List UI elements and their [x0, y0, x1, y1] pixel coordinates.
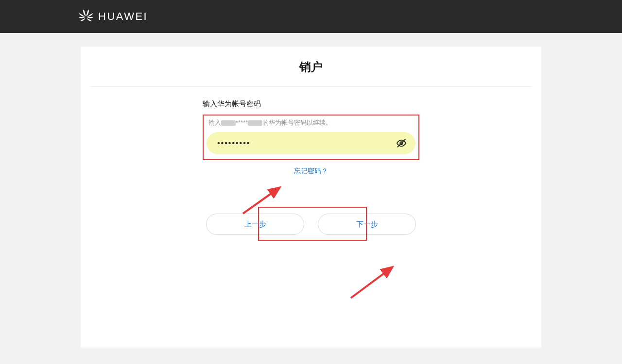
prev-button[interactable]: 上一步	[206, 214, 304, 235]
hint-suffix: 的华为帐号密码以继续。	[262, 119, 332, 126]
eye-off-icon[interactable]	[396, 138, 407, 149]
huawei-icon	[78, 8, 94, 25]
svg-line-3	[351, 267, 393, 298]
password-input[interactable]	[207, 132, 415, 154]
next-button[interactable]: 下一步	[318, 214, 416, 235]
app-header: HUAWEI	[0, 0, 622, 33]
main-card: 销户 输入华为帐号密码 输入*****的华为帐号密码以继续。 忘记密码？ 上一步…	[81, 47, 541, 347]
redacted-segment	[221, 120, 236, 126]
hint-mid: *****	[236, 119, 248, 126]
brand-logo: HUAWEI	[78, 8, 148, 25]
password-highlight-box: 输入*****的华为帐号密码以继续。	[203, 115, 419, 160]
password-form: 输入华为帐号密码 输入*****的华为帐号密码以继续。 忘记密码？ 上一步 下一…	[203, 99, 419, 235]
button-row: 上一步 下一步	[203, 214, 419, 235]
hint-prefix: 输入	[208, 119, 221, 126]
brand-text: HUAWEI	[98, 10, 148, 23]
password-input-wrap	[207, 132, 415, 154]
annotation-arrow-icon	[346, 262, 398, 302]
page-title: 销户	[90, 59, 532, 87]
password-hint: 输入*****的华为帐号密码以继续。	[207, 117, 415, 132]
redacted-segment	[248, 120, 262, 126]
forgot-password-link[interactable]: 忘记密码？	[203, 167, 419, 176]
section-label: 输入华为帐号密码	[203, 99, 419, 109]
